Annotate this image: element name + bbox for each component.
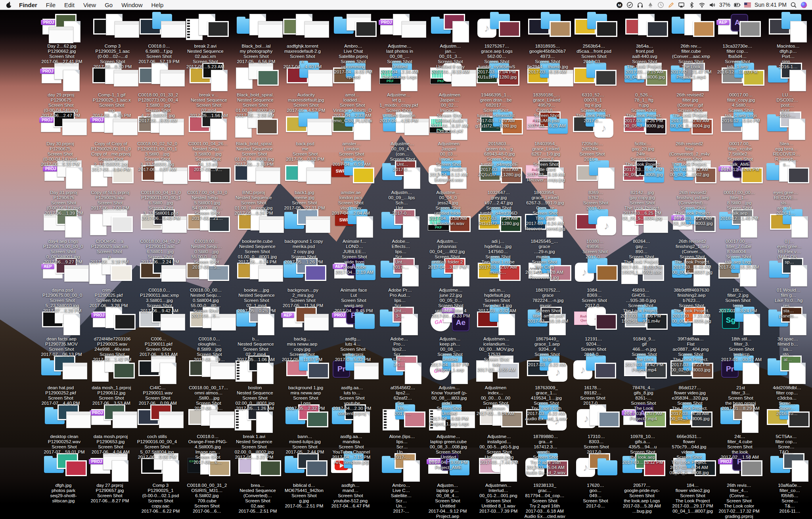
menu-edit[interactable]: Edit (60, 2, 79, 8)
photo-file-icon (741, 460, 762, 476)
doc-file-icon (789, 363, 806, 384)
photo-file-icon (647, 21, 668, 37)
shot-file-icon (259, 216, 284, 233)
doc-file-icon (210, 119, 227, 140)
shot-file-icon (66, 411, 91, 428)
menu-window[interactable]: Window (117, 2, 147, 8)
doc-file-icon (791, 216, 808, 238)
doc-file-icon (498, 314, 515, 335)
doc-file-icon (789, 70, 806, 91)
shot-file-icon (306, 167, 331, 184)
photo-file-icon (111, 265, 132, 281)
doc-file-icon (112, 460, 128, 482)
doc-file-icon (211, 70, 228, 91)
desktop-icon-cluster[interactable]: Macintos… dfgh.p… Port… sign… 2016-1… (758, 13, 812, 69)
photo-file-icon (111, 216, 133, 232)
time-machine-icon[interactable] (657, 2, 664, 8)
battery-percent: 37% (719, 2, 730, 8)
photo-file-icon (788, 167, 809, 183)
doc-file-icon (742, 411, 758, 433)
file-label: 10af6a0e… filter_co… f05fd5… Scree… T&… … (760, 483, 812, 514)
file-label: 3d spac… filmed b… sa… sto… al… (758, 336, 812, 362)
photo-file-icon (113, 363, 135, 379)
svg-text:M: M (618, 2, 621, 7)
shot-file-icon (304, 21, 329, 38)
doc-file-icon (598, 167, 615, 189)
shot-file-icon (210, 411, 234, 428)
file-label: 01 Would… film g… Like To.0…hg res… sta…… (759, 288, 812, 319)
doc-file-icon (403, 216, 419, 238)
menu-file[interactable]: File (42, 2, 60, 8)
menu-bar-left: Finder FileEditViewGoWindowHelp (5, 0, 168, 10)
desktop[interactable]: PROJDay 2…62.jpg P1290662.jpg Screen Sho… (0, 10, 812, 519)
menu-finder[interactable]: Finder (15, 0, 42, 10)
shot-file-icon (113, 411, 137, 428)
file-icon-stack[interactable] (758, 13, 812, 42)
doc-file-icon (743, 314, 760, 335)
photo-file-icon (305, 265, 326, 281)
menu-go[interactable]: Go (100, 2, 117, 8)
doc-file-icon (790, 21, 807, 42)
shot-file-icon (306, 216, 330, 233)
doc-file-icon (256, 411, 273, 433)
photo-file-icon (550, 21, 571, 37)
menu-view[interactable]: View (79, 2, 100, 8)
battery-icon[interactable] (734, 2, 741, 8)
shot-file-icon (114, 70, 138, 86)
desktop-icon-cluster[interactable]: 4dd2098dbl… filter cop… c3dcba… Scree… S… (757, 355, 812, 416)
doc-file-icon (403, 460, 420, 482)
airplay-display-icon[interactable] (678, 2, 685, 8)
shot-file-icon (211, 363, 235, 379)
photo-file-icon (499, 21, 520, 37)
shot-file-icon (159, 411, 184, 428)
photo-file-icon (308, 363, 329, 379)
doc-file-icon (789, 119, 805, 140)
doc-file-icon (258, 314, 274, 335)
menu-bar: Finder FileEditViewGoWindowHelp M37%Sun … (0, 0, 812, 10)
photo-file-icon (257, 70, 279, 86)
menu-items: FileEditViewGoWindowHelp (42, 0, 168, 10)
shot-file-icon (402, 21, 426, 38)
desktop-icon-cluster[interactable]: 10af6a0e… filter_co… f05fd5… Scree… T&… … (760, 452, 812, 514)
apple-icon[interactable] (6, 2, 12, 8)
shot-file-icon (256, 167, 280, 184)
doc-file-icon (65, 216, 82, 238)
photo-file-icon (355, 21, 377, 37)
photo-file-icon (595, 363, 616, 379)
photo-file-icon (207, 21, 229, 37)
menu-help[interactable]: Help (147, 2, 168, 8)
us-flag-icon[interactable] (744, 2, 751, 8)
shot-file-icon (62, 119, 87, 135)
shot-file-icon (161, 21, 186, 38)
bluetooth-icon[interactable] (688, 2, 695, 8)
doc-file-icon (356, 216, 373, 238)
spotlight-icon[interactable] (790, 2, 797, 8)
google-drive-icon[interactable] (647, 2, 654, 8)
doc-file-icon (63, 70, 80, 91)
photo-file-icon (693, 21, 714, 37)
checkmark-circle-icon[interactable] (626, 2, 633, 8)
photo-file-icon (65, 460, 87, 476)
shot-file-icon (115, 21, 139, 38)
photo-file-icon (595, 70, 617, 86)
photo-file-icon (257, 119, 278, 135)
wifi-icon[interactable] (699, 2, 705, 8)
doc-file-icon (743, 363, 759, 384)
shot-file-icon (259, 265, 283, 282)
menu-bar-clock[interactable]: Sun 8:41 PM (755, 2, 787, 8)
headphones-icon[interactable] (637, 2, 643, 8)
photo-file-icon (114, 314, 136, 330)
file-label: Macintos… dfgh.p… Port… sign… 2016-1… (758, 44, 812, 69)
m-circle-icon[interactable]: M (616, 2, 623, 8)
pencil-icon[interactable] (668, 2, 674, 8)
doc-file-icon (63, 314, 80, 335)
shot-file-icon (64, 265, 89, 282)
siri-icon[interactable] (801, 2, 807, 8)
photo-file-icon (260, 460, 281, 476)
doc-file-icon (66, 167, 82, 189)
doc-file-icon (160, 363, 176, 384)
file-label: 0.j… eyes gree… REFlex v… (MAC OS… sp… (760, 239, 812, 265)
shot-file-icon (304, 314, 329, 331)
shot-file-icon (63, 363, 87, 379)
volume-icon[interactable] (709, 2, 716, 8)
